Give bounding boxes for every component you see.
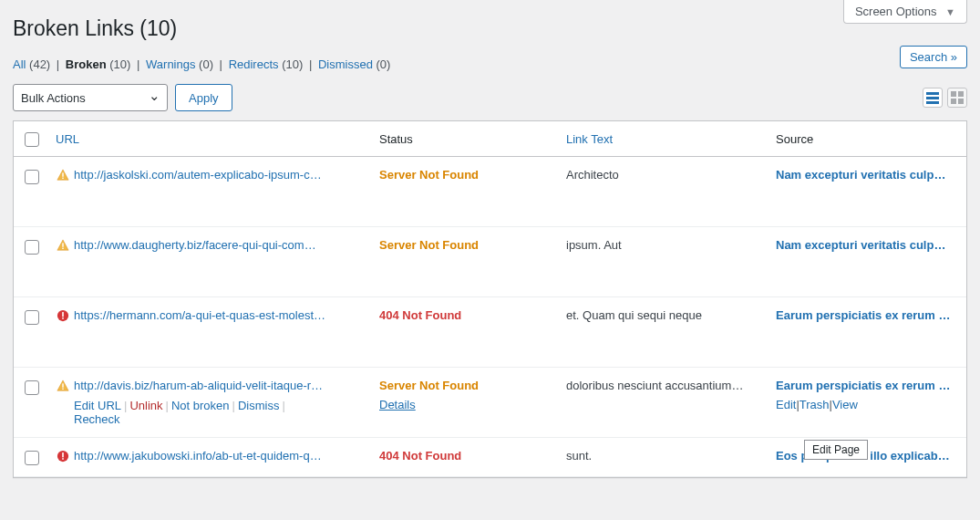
not-broken-action[interactable]: Not broken	[171, 399, 230, 412]
svg-rect-3	[951, 91, 956, 97]
links-table-wrap: URL Status Link Text Source http://jasko…	[13, 120, 967, 478]
svg-rect-7	[62, 172, 63, 176]
recheck-action[interactable]: Recheck	[74, 412, 120, 426]
row-checkbox[interactable]	[25, 240, 39, 255]
svg-rect-2	[926, 101, 939, 104]
source-link[interactable]: Nam excepturi veritatis culp…	[776, 168, 957, 182]
apply-button[interactable]: Apply	[175, 84, 232, 111]
table-row: http://jaskolski.com/autem-explicabo-ips…	[14, 157, 966, 227]
link-text: sunt.	[566, 449, 758, 463]
edit-source-action[interactable]: Edit	[776, 398, 796, 411]
svg-rect-18	[62, 458, 64, 460]
status-text: Server Not Found	[379, 168, 479, 182]
row-checkbox[interactable]	[25, 310, 39, 325]
chevron-down-icon: ▼	[945, 6, 955, 17]
view-excerpt-button[interactable]	[947, 88, 967, 108]
screen-options-label: Screen Options	[855, 5, 937, 18]
link-text: Architecto	[566, 168, 758, 182]
svg-rect-14	[62, 383, 63, 387]
svg-rect-10	[62, 248, 63, 249]
status-text: Server Not Found	[379, 379, 479, 392]
warning-icon	[56, 238, 70, 253]
row-actions: Edit URL|Unlink|Not broken|Dismiss|Reche…	[74, 399, 361, 426]
col-linktext[interactable]: Link Text	[557, 121, 767, 157]
link-text: ipsum. Aut	[566, 238, 758, 252]
view-source-action[interactable]: View	[832, 398, 858, 411]
page-title: Broken Links (10)	[0, 0, 980, 41]
status-text: Server Not Found	[379, 238, 479, 252]
svg-rect-6	[958, 99, 964, 104]
filter-redirects[interactable]: Redirects	[229, 57, 279, 71]
svg-rect-9	[62, 243, 63, 246]
status-text: 404 Not Found	[379, 308, 461, 322]
warning-icon	[56, 379, 70, 393]
svg-rect-8	[62, 178, 63, 179]
filter-broken[interactable]: Broken (10)	[66, 57, 134, 71]
filter-dismissed-count: (0)	[377, 57, 391, 71]
filter-redirects-count: (10)	[282, 57, 303, 71]
tablenav-top: Bulk Actions Apply	[0, 80, 980, 120]
trash-source-action[interactable]: Trash	[799, 398, 830, 411]
link-text: et. Quam qui sequi neque	[566, 308, 758, 322]
url-link[interactable]: http://www.daugherty.biz/facere-qui-qui-…	[74, 238, 361, 252]
svg-rect-5	[951, 99, 956, 104]
source-link[interactable]: Earum perspiciatis ex rerum …	[776, 308, 957, 322]
row-checkbox[interactable]	[25, 380, 39, 395]
filter-all-count: (42)	[29, 57, 50, 71]
error-icon	[56, 308, 70, 323]
col-status: Status	[370, 121, 557, 157]
excerpt-view-icon	[951, 91, 964, 104]
source-link[interactable]: Earum perspiciatis ex rerum …	[776, 379, 957, 392]
edit-url-action[interactable]: Edit URL	[74, 399, 121, 412]
error-icon	[56, 449, 70, 463]
view-list-button[interactable]	[923, 88, 943, 108]
col-source: Source	[767, 121, 966, 157]
select-all-checkbox[interactable]	[25, 132, 39, 147]
list-view-icon	[926, 91, 939, 104]
svg-rect-13	[62, 317, 64, 319]
source-actions: Edit|Trash|View	[776, 398, 957, 411]
filter-warnings-count: (0)	[199, 57, 213, 71]
search-button[interactable]: Search »	[900, 46, 967, 68]
url-link[interactable]: https://hermann.com/a-qui-et-quas-est-mo…	[74, 308, 361, 322]
filter-dismissed[interactable]: Dismissed	[318, 57, 373, 71]
dismiss-action[interactable]: Dismiss	[238, 399, 280, 412]
url-link[interactable]: http://davis.biz/harum-ab-aliquid-velit-…	[74, 379, 361, 392]
filter-warnings[interactable]: Warnings	[146, 57, 195, 71]
tooltip-edit-page: Edit Page	[804, 440, 868, 460]
bulk-actions-select[interactable]: Bulk Actions	[13, 84, 168, 111]
url-link[interactable]: http://www.jakubowski.info/ab-ut-et-quid…	[74, 449, 361, 463]
filter-broken-count: (10)	[109, 57, 130, 71]
source-link[interactable]: Nam excepturi veritatis culp…	[776, 238, 957, 252]
filter-all[interactable]: All	[13, 57, 26, 71]
link-text: doloribus nesciunt accusantium…	[566, 379, 758, 392]
svg-rect-17	[62, 452, 64, 457]
details-action[interactable]: Details	[379, 398, 548, 411]
table-row: http://www.daugherty.biz/facere-qui-qui-…	[14, 227, 966, 297]
warning-icon	[56, 168, 70, 182]
unlink-action[interactable]: Unlink	[129, 399, 162, 412]
url-link[interactable]: http://jaskolski.com/autem-explicabo-ips…	[74, 168, 361, 182]
row-checkbox[interactable]	[25, 170, 39, 184]
screen-options-toggle[interactable]: Screen Options ▼	[843, 0, 967, 24]
row-checkbox[interactable]	[25, 451, 39, 465]
status-text: 404 Not Found	[379, 449, 461, 463]
svg-rect-0	[926, 92, 939, 95]
svg-rect-1	[926, 97, 939, 99]
filter-subnav: All (42) | Broken (10) | Warnings (0) | …	[0, 41, 980, 80]
svg-rect-12	[62, 312, 64, 317]
table-row: https://hermann.com/a-qui-et-quas-est-mo…	[14, 297, 966, 368]
table-row: http://davis.biz/harum-ab-aliquid-velit-…	[14, 368, 966, 438]
col-url[interactable]: URL	[46, 121, 370, 157]
svg-rect-4	[958, 91, 964, 97]
links-table: URL Status Link Text Source http://jasko…	[14, 121, 966, 477]
svg-rect-15	[62, 389, 63, 390]
